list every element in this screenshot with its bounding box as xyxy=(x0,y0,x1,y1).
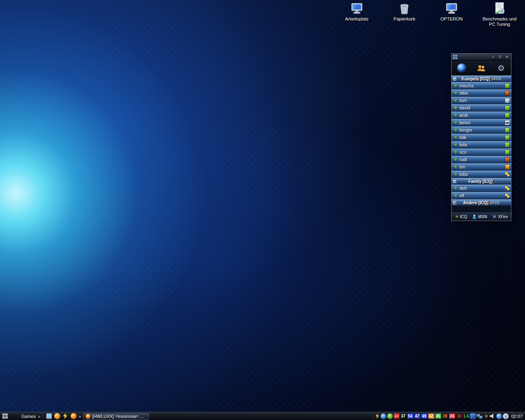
computer-icon xyxy=(350,2,364,16)
contact-row[interactable]: deh xyxy=(452,185,511,192)
desktop-icon-label: Benchmarks und PC Tuning xyxy=(480,16,519,27)
fox-icon[interactable] xyxy=(54,413,60,419)
info-icon[interactable] xyxy=(503,413,509,419)
protocol-label: MSN xyxy=(478,215,487,219)
tray-readout[interactable]: 47 xyxy=(414,413,420,419)
group-name: Andere [ICQ] xyxy=(463,201,488,205)
desktop-icon-label: Arbeitsplatz xyxy=(345,16,368,22)
client-icon xyxy=(505,157,510,162)
computer-icon xyxy=(445,2,459,16)
contact-row[interactable]: tim xyxy=(452,163,511,171)
options-button[interactable] xyxy=(493,62,509,74)
contact-name: david xyxy=(459,105,504,110)
contact-row[interactable]: eff xyxy=(452,192,511,199)
client-icon xyxy=(505,135,510,140)
tray-readout[interactable]: 49 xyxy=(421,413,427,419)
contacts-icon xyxy=(476,64,486,72)
tray-readout[interactable]: 1.6 xyxy=(463,413,470,419)
network-icon[interactable] xyxy=(477,413,482,419)
lightning-icon[interactable] xyxy=(375,413,380,419)
desktop-icon-benchmarks[interactable]: Benchmarks und PC Tuning xyxy=(480,2,519,27)
group-expander-icon[interactable]: − xyxy=(453,77,457,81)
blue-tile-icon[interactable] xyxy=(470,413,476,419)
tray-readout[interactable]: 42 xyxy=(428,413,434,419)
contact-row[interactable]: rudi xyxy=(452,156,511,163)
protocol-icq[interactable]: ICQ xyxy=(455,214,467,219)
protocol-msn[interactable]: MSN xyxy=(472,215,487,219)
group-expander-icon[interactable]: − xyxy=(453,180,457,183)
group-header-kumpels[interactable]: − Kumpels [ICQ] (4/13) xyxy=(452,75,511,82)
group-expander-icon[interactable]: + xyxy=(453,201,457,205)
tray-readout[interactable]: 45 xyxy=(435,413,441,419)
icq-tray-icon[interactable] xyxy=(483,413,489,419)
icq-status-icon xyxy=(453,105,458,111)
status-menu-button[interactable] xyxy=(453,62,470,74)
task-button-label: [HWLUXX] =insomnia= ... xyxy=(92,414,144,419)
minimize-button[interactable]: – xyxy=(490,55,496,59)
desktop-icon-opteron[interactable]: OPTERON xyxy=(432,2,471,22)
contact-row[interactable]: otter xyxy=(452,89,511,97)
protocol-statusbar: ICQ MSN XFire xyxy=(452,212,511,221)
trash-icon xyxy=(397,2,411,16)
maximize-button[interactable]: □ xyxy=(497,55,503,59)
games-toolbar-label[interactable]: Games xyxy=(21,414,36,419)
tray-readout[interactable]: 37 xyxy=(400,413,406,419)
display-icon[interactable] xyxy=(46,413,52,419)
benchmark-document-icon xyxy=(493,2,507,16)
contact-name: mischa xyxy=(459,83,504,88)
lightning-icon[interactable] xyxy=(62,413,68,419)
volume-icon[interactable] xyxy=(490,413,495,419)
contacts-button[interactable] xyxy=(473,62,489,74)
chevron-expand-icon[interactable]: » xyxy=(79,414,81,419)
icq-status-icon xyxy=(453,149,458,155)
contact-row[interactable]: rico xyxy=(452,148,511,156)
contact-name: rico xyxy=(459,150,504,155)
contact-name: otter xyxy=(459,91,504,96)
gear-icon xyxy=(498,63,505,73)
contact-row[interactable]: david xyxy=(452,104,511,112)
start-grid-icon[interactable] xyxy=(2,413,8,419)
client-icon xyxy=(505,113,510,118)
contact-row[interactable]: falk xyxy=(452,134,511,141)
contact-row[interactable]: benni xyxy=(452,119,511,126)
group-header-family[interactable]: − Family [ICQ] xyxy=(452,178,511,185)
messenger-icon[interactable] xyxy=(496,413,502,419)
desktop-icon-papierkorb[interactable]: Papierkorb xyxy=(385,2,424,22)
icq-status-icon xyxy=(453,90,458,96)
desktop-icon-arbeitsplatz[interactable]: Arbeitsplatz xyxy=(337,2,377,22)
green-ball-icon[interactable] xyxy=(387,413,393,419)
window-menu-icon[interactable] xyxy=(453,55,457,59)
desktop-icon-label: OPTERON xyxy=(441,16,463,22)
icq-status-icon xyxy=(453,171,458,177)
tray-readout[interactable]: 10 xyxy=(456,413,462,419)
contact-row[interactable]: felix xyxy=(452,141,511,148)
firefox-icon[interactable] xyxy=(71,413,77,419)
contact-row[interactable]: tom xyxy=(452,97,511,104)
contact-row[interactable]: berger xyxy=(452,126,511,134)
contact-list-window[interactable]: – □ × − Kumpels [ICQ xyxy=(451,53,511,221)
taskbar-window-button[interactable]: [HWLUXX] =insomnia= ... xyxy=(83,413,149,420)
window-titlebar[interactable]: – □ × xyxy=(452,54,511,61)
globe-icon xyxy=(457,64,466,72)
tray-readout[interactable]: 28 xyxy=(442,413,448,419)
blue-ball-icon[interactable] xyxy=(381,413,386,419)
contact-name: berger xyxy=(459,128,504,132)
client-icon xyxy=(505,193,510,198)
icq-status-icon xyxy=(453,127,458,133)
protocol-xfire[interactable]: XFire xyxy=(492,215,508,219)
contact-name: deh xyxy=(459,186,504,191)
group-header-andere[interactable]: + Andere [ICQ] (2/15) xyxy=(452,199,511,206)
ati-icon[interactable] xyxy=(394,413,399,419)
icq-status-icon xyxy=(453,185,458,191)
desktop[interactable]: Arbeitsplatz Papierkorb OPTERON xyxy=(0,0,525,420)
toolbar-grip[interactable] xyxy=(43,413,44,419)
client-icon xyxy=(505,98,510,103)
contact-row[interactable]: andi xyxy=(452,112,511,119)
contact-row[interactable]: tobs xyxy=(452,171,511,178)
client-icon xyxy=(505,128,510,132)
tray-readout[interactable]: 24 xyxy=(449,413,455,419)
close-button[interactable]: × xyxy=(504,55,510,59)
contact-row[interactable]: mischa xyxy=(452,82,511,89)
chevron-expand-icon[interactable]: » xyxy=(38,414,40,419)
tray-readout[interactable]: 54 xyxy=(407,413,413,419)
